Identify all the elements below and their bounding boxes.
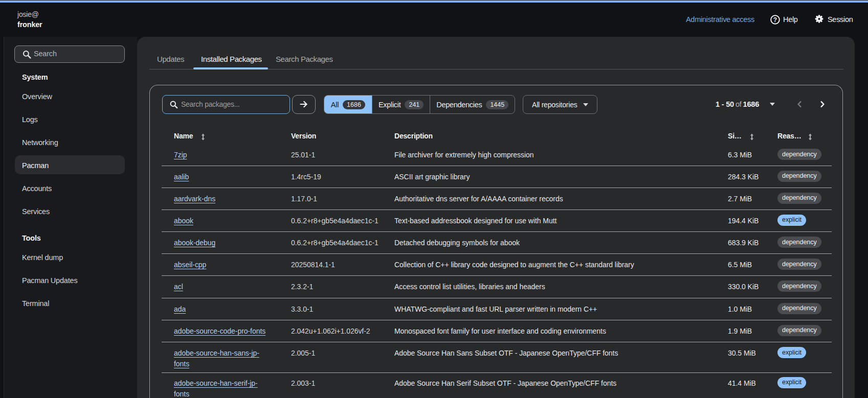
svg-text:?: ? <box>773 16 777 24</box>
